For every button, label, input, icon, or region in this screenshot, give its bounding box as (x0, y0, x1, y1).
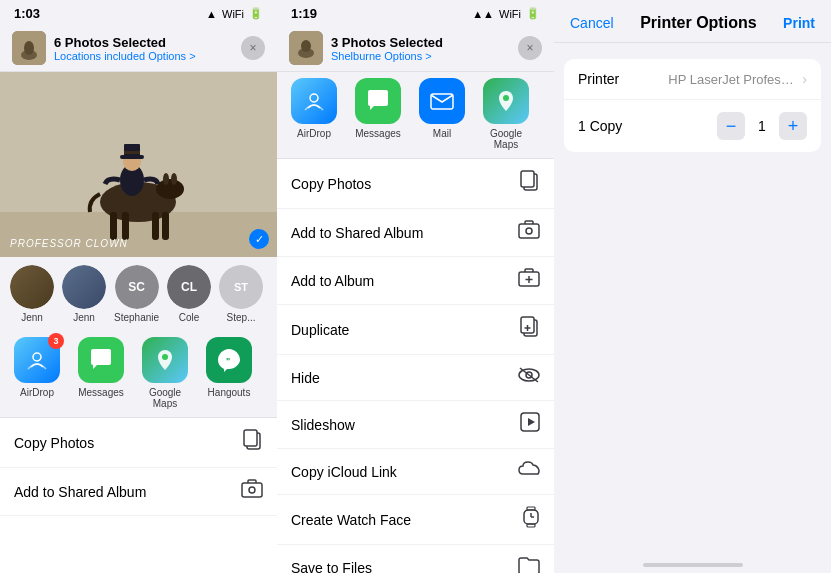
middle-menu-duplicate[interactable]: Duplicate (277, 305, 554, 355)
middle-app-maps[interactable]: Google Maps (479, 78, 533, 150)
svg-point-30 (503, 95, 509, 101)
printer-header: Cancel Printer Options Print (554, 0, 831, 43)
middle-menu-shared-album[interactable]: Add to Shared Album (277, 209, 554, 257)
middle-menu-slideshow[interactable]: Slideshow (277, 401, 554, 449)
middle-shared-album-label: Add to Shared Album (291, 225, 423, 241)
svg-point-18 (33, 353, 41, 361)
person-name-jenn2: Jenn (73, 312, 95, 323)
middle-panel: 1:19 ▲▲ WiFi 🔋 3 Photos Selected Shelbur… (277, 0, 554, 573)
left-people-row: Jenn Jenn SC Stephanie CL Cole (0, 257, 277, 331)
left-share-header: 6 Photos Selected Locations included Opt… (0, 25, 277, 72)
airdrop-badge: 3 (48, 333, 64, 349)
right-empty-area (554, 152, 831, 557)
middle-icloud-label: Copy iCloud Link (291, 464, 397, 480)
left-header-sub: Locations included Options > (54, 50, 241, 62)
middle-app-messages[interactable]: Messages (351, 78, 405, 150)
person-item-jenn1[interactable]: Jenn (10, 265, 54, 323)
middle-apps-row: AirDrop Messages Mail Google Maps (277, 72, 554, 159)
left-header-options[interactable]: Options > (148, 50, 195, 62)
svg-text:": " (226, 356, 230, 366)
left-menu-shared-album[interactable]: Add to Shared Album (0, 468, 277, 516)
middle-hide-label: Hide (291, 370, 320, 386)
left-thumb (12, 31, 46, 65)
left-copy-photos-label: Copy Photos (14, 435, 94, 451)
middle-menu-icloud-link[interactable]: Copy iCloud Link (277, 449, 554, 495)
person-item-jenn2[interactable]: Jenn (62, 265, 106, 323)
avatar-cole: CL (167, 265, 211, 309)
left-app-messages[interactable]: Messages (74, 337, 128, 409)
svg-point-19 (162, 354, 168, 360)
left-photo-caption: PROFESSOR CLOWN (10, 238, 128, 249)
middle-add-album-label: Add to Album (291, 273, 374, 289)
copies-count: 1 (757, 118, 767, 134)
left-app-maps[interactable]: Google Maps (138, 337, 192, 409)
middle-app-airdrop[interactable]: AirDrop (287, 78, 341, 150)
left-status-icons: ▲ WiFi 🔋 (206, 7, 263, 20)
copies-row: 1 Copy − 1 + (564, 100, 821, 152)
wifi-icon: WiFi (222, 8, 244, 20)
middle-thumb (289, 31, 323, 65)
middle-duplicate-label: Duplicate (291, 322, 349, 338)
svg-point-10 (156, 179, 184, 199)
svg-rect-7 (122, 212, 129, 240)
person-name-cole: Cole (179, 312, 200, 323)
middle-slideshow-label: Slideshow (291, 417, 355, 433)
middle-menu-save-files[interactable]: Save to Files (277, 545, 554, 573)
middle-messages-icon (355, 78, 401, 124)
middle-airdrop-icon (291, 78, 337, 124)
copies-label: 1 Copy (578, 118, 622, 134)
person-name-jenn1: Jenn (21, 312, 43, 323)
left-menu-list: Copy Photos Add to Shared Album (0, 418, 277, 573)
print-button[interactable]: Print (783, 15, 815, 31)
person-name-stephanie: Stephanie (114, 312, 159, 323)
left-shared-album-label: Add to Shared Album (14, 484, 146, 500)
left-app-airdrop[interactable]: 3 AirDrop (10, 337, 64, 409)
middle-menu-watch-face[interactable]: Create Watch Face (277, 495, 554, 545)
svg-rect-49 (527, 524, 535, 527)
middle-menu-copy-photos[interactable]: Copy Photos (277, 159, 554, 209)
cancel-button[interactable]: Cancel (570, 15, 614, 31)
messages-icon (78, 337, 124, 383)
avatar-stephanie: SC (115, 265, 159, 309)
middle-slideshow-icon (520, 412, 540, 437)
shared-album-icon (241, 479, 263, 504)
person-item-stephanie[interactable]: SC Stephanie (114, 265, 159, 323)
left-hangouts-label: Hangouts (208, 387, 251, 398)
middle-menu-hide[interactable]: Hide (277, 355, 554, 401)
decrement-button[interactable]: − (717, 112, 745, 140)
middle-mail-label: Mail (433, 128, 451, 139)
svg-rect-33 (519, 224, 539, 238)
middle-shared-album-icon (518, 220, 540, 245)
middle-app-mail[interactable]: Mail (415, 78, 469, 150)
middle-status-bar: 1:19 ▲▲ WiFi 🔋 (277, 0, 554, 25)
left-menu-copy-photos[interactable]: Copy Photos (0, 418, 277, 468)
left-app-hangouts[interactable]: " Hangouts (202, 337, 256, 409)
person-item-step[interactable]: ST Step... (219, 265, 263, 323)
printer-label: Printer (578, 71, 619, 87)
middle-save-files-icon (518, 556, 540, 573)
svg-rect-32 (521, 171, 534, 187)
increment-button[interactable]: + (779, 112, 807, 140)
signal-icon: ▲ (206, 8, 217, 20)
middle-menu-add-album[interactable]: Add to Album (277, 257, 554, 305)
person-item-cole[interactable]: CL Cole (167, 265, 211, 323)
svg-rect-17 (124, 151, 140, 154)
left-close-button[interactable]: × (241, 36, 265, 60)
svg-point-24 (249, 487, 255, 493)
middle-watch-face-label: Create Watch Face (291, 512, 411, 528)
middle-header-options[interactable]: Options > (384, 50, 431, 62)
middle-icloud-icon (518, 460, 540, 483)
svg-point-27 (301, 40, 311, 52)
middle-close-button[interactable]: × (518, 36, 542, 60)
svg-marker-46 (528, 418, 535, 426)
svg-point-34 (526, 228, 532, 234)
maps-icon (142, 337, 188, 383)
left-photo-preview: PROFESSOR CLOWN ✓ (0, 72, 277, 257)
printer-row[interactable]: Printer HP LaserJet Professional P160...… (564, 59, 821, 100)
middle-maps-icon (483, 78, 529, 124)
svg-rect-16 (120, 155, 144, 159)
left-messages-label: Messages (78, 387, 124, 398)
middle-header-sub: Shelburne Options > (331, 50, 518, 62)
middle-duplicate-icon (520, 316, 540, 343)
right-panel: Cancel Printer Options Print Printer HP … (554, 0, 831, 573)
